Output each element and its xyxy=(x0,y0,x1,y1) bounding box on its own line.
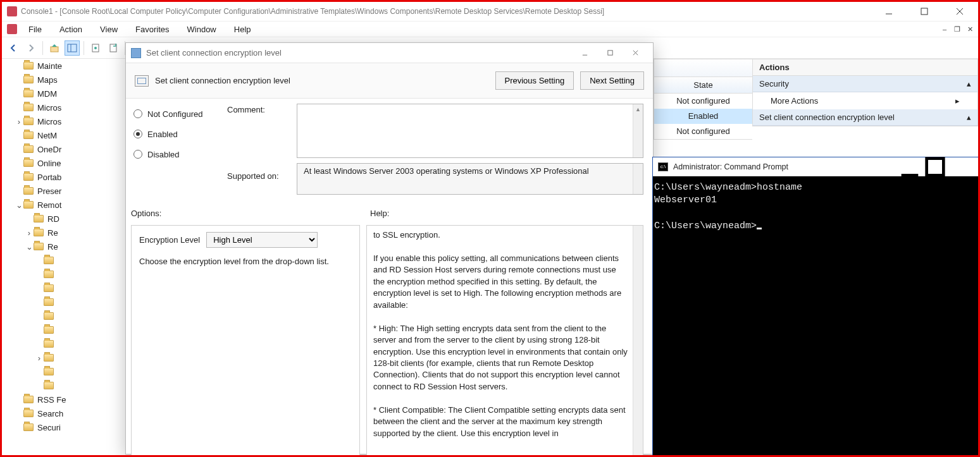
tree-item-label: Maps xyxy=(37,75,58,85)
tree-item[interactable]: MDM xyxy=(6,87,125,101)
folder-icon xyxy=(44,368,54,375)
cursor-icon xyxy=(757,228,762,229)
cmd-maximize-button[interactable] xyxy=(922,159,948,174)
tree-item-label: Re xyxy=(47,242,58,252)
menu-help[interactable]: Help xyxy=(225,22,260,37)
next-setting-button[interactable]: Next Setting xyxy=(580,71,644,90)
tree-item-label: Search xyxy=(37,409,63,418)
folder-icon xyxy=(23,90,34,97)
tree-item[interactable] xyxy=(6,323,125,337)
tree-item[interactable] xyxy=(6,267,125,281)
menu-window[interactable]: Window xyxy=(178,22,225,37)
tree-item[interactable]: Maps xyxy=(6,73,125,87)
menu-action[interactable]: Action xyxy=(51,22,91,37)
tree-item[interactable] xyxy=(6,309,125,323)
tree-item-label: MDM xyxy=(37,89,57,99)
radio-disabled[interactable]: Disabled xyxy=(133,144,226,164)
radio-enabled[interactable]: Enabled xyxy=(133,124,226,144)
svg-point-8 xyxy=(94,47,97,49)
comment-textarea[interactable]: ▲ xyxy=(297,104,643,158)
tree-item[interactable]: Mainte xyxy=(6,59,125,73)
supported-scrollbar[interactable] xyxy=(633,164,643,194)
expand-icon[interactable]: › xyxy=(25,228,34,238)
tree-item[interactable]: ›Re xyxy=(6,226,125,240)
menu-file[interactable]: File xyxy=(20,22,51,37)
expand-icon[interactable]: › xyxy=(15,117,23,126)
tree-item[interactable]: Portab xyxy=(6,170,125,184)
comment-scrollbar[interactable]: ▲ xyxy=(633,104,643,157)
radio-not-configured[interactable]: Not Configured xyxy=(133,104,226,124)
dialog-minimize-button[interactable] xyxy=(572,45,597,61)
state-row[interactable]: Not configured xyxy=(654,124,752,139)
tree-item-label: NetM xyxy=(37,131,57,140)
tree-item[interactable]: ⌄Remot xyxy=(6,198,125,212)
tree-item[interactable] xyxy=(6,365,125,379)
mmc-app-icon xyxy=(7,6,17,16)
folder-icon xyxy=(34,215,44,222)
cmd-terminal[interactable]: C:\Users\wayneadm>hostname Webserver01 C… xyxy=(653,176,978,238)
collapse-icon: ▴ xyxy=(967,113,971,122)
menu-favorites[interactable]: Favorites xyxy=(127,22,178,37)
toolbar-properties-button[interactable] xyxy=(88,40,103,56)
dialog-close-button[interactable] xyxy=(623,45,648,61)
tree-item[interactable]: OneDr xyxy=(6,142,125,156)
tree-item[interactable]: ⌄Re xyxy=(6,240,125,253)
folder-icon xyxy=(44,382,54,389)
state-row[interactable]: Not configured xyxy=(654,94,752,109)
tree-item[interactable] xyxy=(6,295,125,309)
toolbar-back-button[interactable] xyxy=(6,40,21,56)
tree-item[interactable]: Online xyxy=(6,156,125,170)
toolbar-forward-button[interactable] xyxy=(23,40,39,56)
mmc-minimize-button[interactable] xyxy=(874,2,903,21)
expand-icon[interactable]: ⌄ xyxy=(25,242,34,252)
tree-item-label: Re xyxy=(47,228,58,238)
tree-item[interactable]: NetM xyxy=(6,128,125,142)
tree-item-label: Micros xyxy=(37,103,61,113)
tree-item[interactable]: Micros xyxy=(6,101,125,114)
actions-group-security[interactable]: Security ▴ xyxy=(753,76,977,92)
mmc-close-button[interactable] xyxy=(945,2,974,21)
tree-item-label: Portab xyxy=(37,173,61,182)
folder-icon xyxy=(44,312,54,320)
tree-item[interactable]: Search xyxy=(6,406,125,420)
svg-rect-4 xyxy=(51,47,58,52)
tree-item[interactable]: › xyxy=(6,351,125,365)
toolbar-up-button[interactable] xyxy=(47,40,62,56)
policy-dialog: Set client connection encryption level S… xyxy=(125,42,654,454)
actions-group-policy[interactable]: Set client connection encryption level ▴ xyxy=(753,109,977,126)
toolbar-export-button[interactable] xyxy=(106,40,121,56)
help-scrollbar[interactable] xyxy=(633,226,643,457)
tree-item[interactable]: Preser xyxy=(6,184,125,198)
mdi-restore-button[interactable]: ❐ xyxy=(952,24,963,34)
tree-item[interactable] xyxy=(6,379,125,393)
tree-item-label: Remot xyxy=(37,200,61,210)
expand-icon[interactable]: ⌄ xyxy=(15,200,23,210)
dialog-maximize-button[interactable] xyxy=(597,45,623,61)
label-supported: Supported on: xyxy=(227,171,290,202)
mdi-minimize-button[interactable]: – xyxy=(939,24,950,34)
mdi-close-button[interactable]: ✕ xyxy=(964,24,976,34)
state-row[interactable]: Enabled xyxy=(654,109,752,124)
dialog-heading: Set client connection encryption level xyxy=(155,76,489,85)
expand-icon[interactable]: › xyxy=(35,353,44,363)
tree-item[interactable] xyxy=(6,253,125,267)
tree-item[interactable]: RSS Fe xyxy=(6,393,125,406)
cmd-minimize-button[interactable] xyxy=(897,159,922,174)
menu-view[interactable]: View xyxy=(91,22,127,37)
folder-icon xyxy=(23,173,34,181)
previous-setting-button[interactable]: Previous Setting xyxy=(495,71,574,90)
tree-item[interactable]: ›Micros xyxy=(6,114,125,128)
tree-item-label: RD xyxy=(47,214,59,224)
svg-rect-1 xyxy=(921,8,927,15)
tree-item[interactable] xyxy=(6,281,125,295)
mmc-maximize-button[interactable] xyxy=(910,2,939,21)
toolbar-show-hide-tree-button[interactable] xyxy=(65,40,80,56)
tree-item-label: Online xyxy=(37,159,61,168)
tree-item[interactable]: Securi xyxy=(6,420,125,434)
folder-icon xyxy=(44,284,54,292)
actions-group-label: Set client connection encryption level xyxy=(759,113,895,122)
actions-item-more-actions[interactable]: More Actions ▸ xyxy=(753,92,977,109)
encryption-level-select[interactable]: High Level xyxy=(206,232,318,248)
tree-item[interactable] xyxy=(6,337,125,351)
tree-item[interactable]: RD xyxy=(6,212,125,226)
